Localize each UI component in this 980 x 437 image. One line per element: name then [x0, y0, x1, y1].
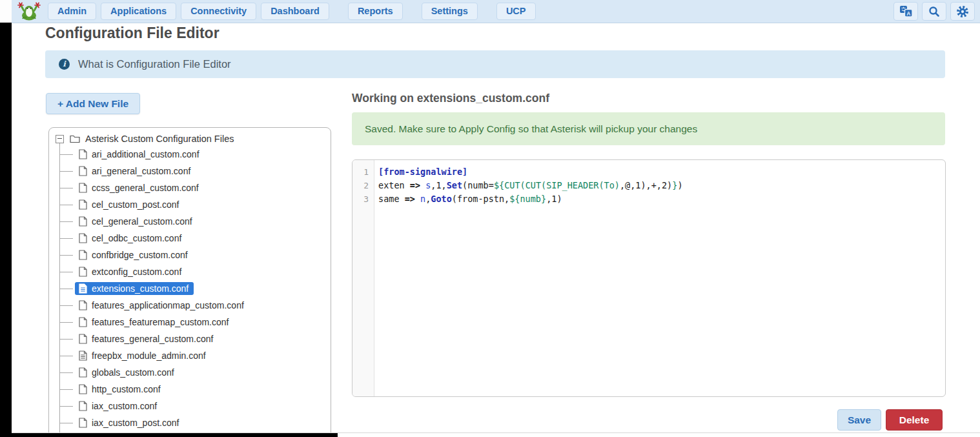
file-icon [79, 317, 87, 327]
tree-file-label: cel_custom_post.conf [92, 199, 179, 210]
tree-file-label: extconfig_custom.conf [92, 267, 181, 277]
file-icon [79, 418, 87, 428]
saved-alert: Saved. Make sure to Apply Config so that… [352, 112, 945, 145]
file-icon [79, 199, 87, 210]
file-icon [79, 300, 87, 310]
file-icon [79, 384, 87, 394]
nav-item-dashboard[interactable]: Dashboard [261, 3, 329, 20]
nav-item-connectivity[interactable]: Connectivity [181, 3, 256, 20]
file-icon [79, 367, 87, 378]
tree-file-cel_custom_post.conf[interactable]: cel_custom_post.conf [49, 196, 331, 213]
tree-file-features_general_custom.conf[interactable]: features_general_custom.conf [49, 330, 331, 347]
tree-file-ari_additional_custom.conf[interactable]: ari_additional_custom.conf [49, 146, 331, 163]
document-lines-icon [79, 351, 87, 361]
delete-button[interactable]: Delete [886, 409, 943, 431]
tree-file-extensions_custom.conf[interactable]: extensions_custom.conf [49, 280, 331, 297]
language-icon[interactable]: A [893, 2, 918, 21]
nav-item-ucp[interactable]: UCP [496, 3, 536, 20]
tree-file-freepbx_module_admin.conf[interactable]: freepbx_module_admin.conf [49, 347, 331, 364]
tree-file-http_custom.conf[interactable]: http_custom.conf [49, 381, 331, 398]
code-content[interactable]: [from-signalwire]exten => s,1,Set(numb=$… [374, 160, 945, 396]
tree-file-label: ari_general_custom.conf [92, 166, 190, 176]
tree-file-label: extensions_custom.conf [92, 283, 189, 294]
tree-file-label: cel_general_custom.conf [92, 216, 192, 227]
tree-file-features_applicationmap_custom.conf[interactable]: features_applicationmap_custom.conf [49, 297, 331, 314]
freepbx-window: AdminApplicationsConnectivityDashboardRe… [0, 0, 980, 437]
tree-file-label: confbridge_custom.conf [92, 250, 188, 260]
file-icon [79, 334, 87, 344]
nav-item-settings[interactable]: Settings [422, 3, 478, 20]
tree-file-label: features_featuremap_custom.conf [92, 317, 229, 327]
window-corner [0, 0, 12, 23]
tree-file-cel_general_custom.conf[interactable]: cel_general_custom.conf [49, 213, 331, 230]
settings-gear-icon[interactable] [950, 2, 975, 21]
file-icon [79, 250, 87, 260]
freepbx-frog-logo[interactable] [17, 1, 41, 21]
tree-file-label: iax_custom_post.conf [92, 418, 179, 428]
file-icon [79, 216, 87, 227]
tree-file-confbridge_custom.conf[interactable]: confbridge_custom.conf [49, 247, 331, 263]
tree-file-label: freepbx_module_admin.conf [92, 351, 206, 361]
line-number: 1 [352, 165, 374, 179]
page-title: Configuration File Editor [45, 25, 219, 42]
tree-file-iax_custom.conf[interactable]: iax_custom.conf [49, 398, 331, 414]
line-number: 3 [352, 192, 374, 206]
info-icon: i [59, 59, 70, 70]
code-editor[interactable]: 123 [from-signalwire]exten => s,1,Set(nu… [352, 159, 946, 397]
file-icon [79, 267, 87, 277]
nav-right-icons: A [893, 2, 975, 21]
line-number-gutter: 123 [352, 160, 374, 396]
working-on-heading: Working on extensions_custom.conf [352, 92, 549, 105]
info-banner[interactable]: i What is Configuration File Editor [45, 50, 945, 78]
tree-root-node[interactable]: Asterisk Custom Configuration Files [49, 132, 331, 146]
tree-file-label: cel_odbc_custom.conf [92, 233, 181, 243]
code-line-3: same => n,Goto(from-pstn,${numb},1) [378, 192, 945, 206]
saved-alert-text: Saved. Make sure to Apply Config so that… [365, 123, 697, 135]
tree-file-label: iax_custom.conf [92, 401, 157, 411]
file-tree-list: ari_additional_custom.confari_general_cu… [49, 146, 331, 437]
folder-icon [70, 134, 80, 143]
document-lines-icon [79, 283, 87, 294]
code-line-2: exten => s,1,Set(numb=${CUT(CUT(SIP_HEAD… [378, 179, 945, 192]
code-line-1: [from-signalwire] [378, 165, 945, 179]
tree-file-label: http_custom.conf [92, 384, 161, 394]
tree-root-label: Asterisk Custom Configuration Files [85, 134, 234, 144]
nav-item-admin[interactable]: Admin [48, 3, 96, 20]
collapse-icon[interactable] [56, 135, 64, 143]
tree-file-label: features_general_custom.conf [92, 334, 213, 344]
tree-file-label: ari_additional_custom.conf [92, 149, 199, 159]
tree-file-iax_custom_post.conf[interactable]: iax_custom_post.conf [49, 414, 331, 431]
file-icon [79, 233, 87, 243]
svg-text:A: A [906, 10, 910, 17]
file-icon [79, 166, 87, 176]
tree-file-label: ccss_general_custom.conf [92, 183, 199, 193]
nav-menu: AdminApplicationsConnectivityDashboardRe… [48, 3, 536, 20]
file-icon [79, 401, 87, 411]
tree-file-cel_odbc_custom.conf[interactable]: cel_odbc_custom.conf [49, 230, 331, 247]
file-tree-panel: Asterisk Custom Configuration Files ari_… [48, 127, 331, 437]
line-number: 2 [352, 179, 374, 192]
nav-item-applications[interactable]: Applications [101, 3, 176, 20]
file-icon [79, 183, 87, 193]
tree-file-features_featuremap_custom.conf[interactable]: features_featuremap_custom.conf [49, 314, 331, 330]
tree-file-label: globals_custom.conf [92, 367, 174, 378]
save-button[interactable]: Save [837, 409, 881, 431]
add-new-file-button[interactable]: + Add New File [46, 93, 140, 114]
tree-file-ari_general_custom.conf[interactable]: ari_general_custom.conf [49, 163, 331, 179]
window-edge [0, 433, 338, 437]
tree-file-extconfig_custom.conf[interactable]: extconfig_custom.conf [49, 263, 331, 280]
info-banner-text: What is Configuration File Editor [78, 58, 231, 70]
top-navbar: AdminApplicationsConnectivityDashboardRe… [12, 0, 980, 23]
tree-file-ccss_general_custom.conf[interactable]: ccss_general_custom.conf [49, 179, 331, 196]
file-icon [79, 149, 87, 159]
tree-file-label: features_applicationmap_custom.conf [92, 300, 244, 310]
search-icon[interactable] [922, 2, 946, 21]
tree-file-globals_custom.conf[interactable]: globals_custom.conf [49, 364, 331, 381]
nav-item-reports[interactable]: Reports [348, 3, 403, 20]
